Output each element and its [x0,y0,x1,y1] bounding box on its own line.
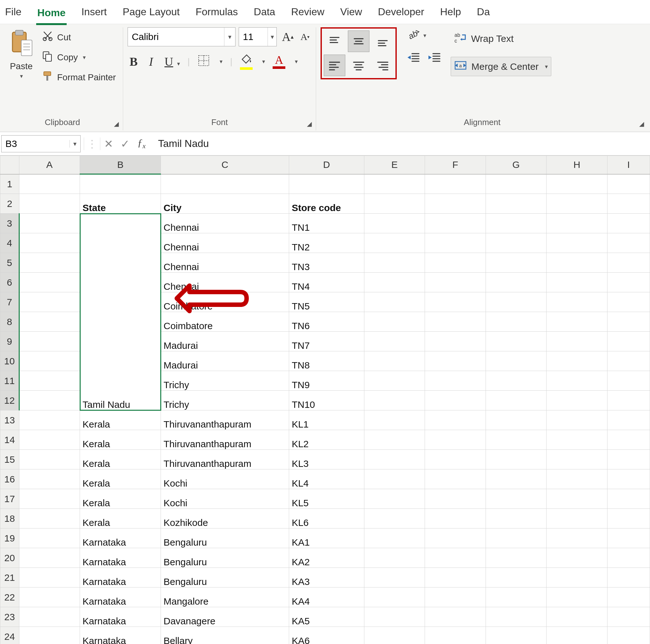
paste-button[interactable]: Paste ▾ [6,27,36,81]
row-header[interactable]: 17 [0,489,20,509]
decrease-indent-button[interactable] [406,50,420,67]
row-header[interactable]: 18 [0,509,20,529]
font-name-caret-icon[interactable]: ▾ [224,28,236,46]
cell-store-code[interactable]: TN10 [289,391,364,410]
menu-developer[interactable]: Developer [377,4,426,20]
font-launcher-icon[interactable]: ◢ [305,120,313,128]
cell-city[interactable]: Chennai [161,214,289,233]
name-box[interactable]: ▾ [1,135,81,152]
alignment-launcher-icon[interactable]: ◢ [637,120,646,128]
font-color-caret-icon[interactable]: ▾ [295,58,298,65]
formula-cancel-button[interactable]: ✕ [100,137,117,150]
col-header-F[interactable]: F [425,156,485,174]
cell-city[interactable]: Madurai [161,351,289,371]
row-header[interactable]: 20 [0,548,20,568]
insert-function-button[interactable]: ƒx [133,137,150,150]
cell-merged-state[interactable]: Tamil Nadu [80,214,161,410]
cell-store-code[interactable]: KA5 [289,607,364,627]
cell-state[interactable]: Karnataka [80,548,161,568]
cell-state[interactable]: Kerala [80,489,161,509]
col-header-G[interactable]: G [485,156,546,174]
clipboard-launcher-icon[interactable]: ◢ [112,120,120,128]
cell-city[interactable]: Trichy [161,391,289,410]
cell-city[interactable]: Thiruvananthapuram [161,450,289,469]
col-header-B[interactable]: B [80,156,161,174]
cell-store-code[interactable]: KL1 [289,410,364,430]
increase-font-button[interactable]: A▴ [280,29,295,45]
cell-city[interactable]: Kozhikode [161,509,289,529]
cell-city[interactable]: Chennai [161,273,289,292]
menu-file[interactable]: File [4,4,23,20]
cell-store-code[interactable]: TN1 [289,214,364,233]
cell-store-code[interactable]: KL5 [289,489,364,509]
cell-state[interactable]: Karnataka [80,607,161,627]
cell-store-code[interactable]: TN3 [289,253,364,273]
formula-content[interactable]: Tamil Nadu [150,138,650,149]
orientation-button[interactable]: ab [406,27,420,43]
cell-state[interactable]: Kerala [80,410,161,430]
cell-state[interactable]: Karnataka [80,529,161,548]
col-header-C[interactable]: C [161,156,289,174]
cell-city[interactable]: Kochi [161,469,289,489]
select-all-corner[interactable] [0,156,20,174]
cell-city[interactable]: Bellary [161,627,289,644]
copy-button[interactable]: Copy ▾ [39,49,118,65]
orientation-caret-icon[interactable]: ▾ [423,32,426,39]
merge-caret-icon[interactable]: ▾ [545,63,548,70]
row-header[interactable]: 3 [0,214,20,233]
cell-store-code[interactable]: TN8 [289,351,364,371]
cell-store-code[interactable]: TN5 [289,292,364,312]
cell-store-code[interactable]: TN4 [289,273,364,292]
cell-city[interactable]: Coimbatore [161,312,289,332]
cell-state[interactable]: Kerala [80,450,161,469]
row-header[interactable]: 21 [0,568,20,587]
row-header[interactable]: 19 [0,529,20,548]
copy-caret-icon[interactable]: ▾ [83,54,86,61]
align-right-button[interactable] [372,55,394,76]
font-color-button[interactable]: A [273,54,285,69]
row-header[interactable]: 22 [0,587,20,607]
align-left-button[interactable] [324,55,345,76]
cell-city[interactable]: Chennai [161,253,289,273]
formula-confirm-button[interactable]: ✓ [117,137,133,150]
col-header-D[interactable]: D [289,156,364,174]
cell-state[interactable]: Kerala [80,509,161,529]
grid[interactable]: A B C D E F G H I 1 2 State City Store c… [0,155,650,644]
col-header-E[interactable]: E [364,156,425,174]
row-header[interactable]: 8 [0,312,20,332]
cell-city[interactable]: Chennai [161,233,289,253]
row-header[interactable]: 6 [0,273,20,292]
cell-store-code[interactable]: TN7 [289,332,364,351]
cell-city[interactable]: Madurai [161,332,289,351]
cell-city[interactable]: Bengaluru [161,548,289,568]
row-header[interactable]: 7 [0,292,20,312]
cell-store-code[interactable]: KA6 [289,627,364,644]
row-header[interactable]: 2 [0,194,20,214]
cell-city[interactable]: Davanagere [161,607,289,627]
cell-city[interactable]: Thiruvananthapuram [161,430,289,450]
cell-store-code[interactable]: TN9 [289,371,364,391]
row-header[interactable]: 14 [0,430,20,450]
fill-color-caret-icon[interactable]: ▾ [262,58,265,65]
cell-store-code[interactable]: KL3 [289,450,364,469]
borders-caret-icon[interactable]: ▾ [220,58,222,65]
cut-button[interactable]: Cut [39,29,118,45]
cell-state[interactable]: Karnataka [80,627,161,644]
row-header[interactable]: 9 [0,332,20,351]
cell-state[interactable]: Karnataka [80,587,161,607]
name-box-input[interactable] [2,138,70,149]
cell-state[interactable]: Karnataka [80,568,161,587]
align-bottom-button[interactable] [372,31,394,52]
bold-button[interactable]: B [128,53,139,70]
col-header-A[interactable]: A [19,156,80,174]
row-header[interactable]: 16 [0,469,20,489]
col-header-I[interactable]: I [607,156,650,174]
font-size-combo[interactable]: ▾ [239,27,277,46]
menu-formulas[interactable]: Formulas [194,4,239,20]
font-name-input[interactable] [128,31,224,42]
cell-store-code[interactable]: KA2 [289,548,364,568]
decrease-font-button[interactable]: A▾ [299,30,312,43]
row-header[interactable]: 11 [0,371,20,391]
menu-page-layout[interactable]: Page Layout [121,4,181,20]
merge-center-button[interactable]: a Merge & Center ▾ [451,57,551,76]
